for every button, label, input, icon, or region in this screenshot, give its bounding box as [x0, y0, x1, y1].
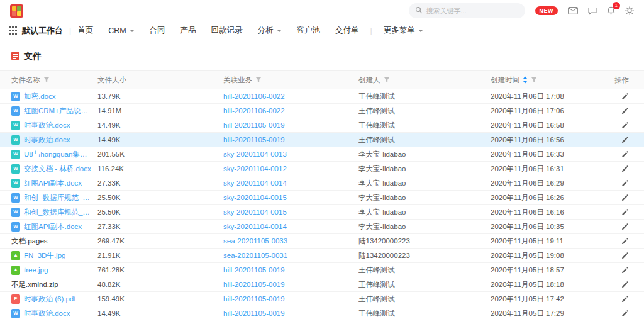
file-name-link[interactable]: 时事政治.docx: [24, 135, 70, 145]
table-row[interactable]: W加密.docx13.79Khill-20201106-0022王伟峰测试202…: [0, 89, 644, 104]
file-name-link[interactable]: 和创_数据库规范_20171124.doc: [24, 208, 91, 217]
nav-item-3[interactable]: 产品: [180, 25, 196, 36]
table-row[interactable]: W红圈API副本.docx27.33Ksky-20201104-0014李大宝-…: [0, 176, 644, 191]
creator-name: 王伟峰测试: [358, 136, 395, 143]
nav-item-4[interactable]: 回款记录: [211, 25, 243, 36]
gear-icon[interactable]: [625, 6, 634, 15]
edit-icon[interactable]: [621, 281, 629, 288]
sort-icon[interactable]: [523, 76, 528, 84]
created-time: 2020年11月05日 18:18: [491, 281, 564, 288]
file-name-link[interactable]: tree.jpg: [24, 266, 48, 274]
table-row[interactable]: W和创_数据库规范_20171124.doc25.50Ksky-20201104…: [0, 191, 644, 205]
edit-icon[interactable]: [621, 223, 629, 230]
related-business-link[interactable]: sea-20201105-0031: [223, 252, 287, 259]
nav-item-5[interactable]: 分析: [258, 25, 282, 36]
edit-icon[interactable]: [621, 237, 629, 245]
mail-icon[interactable]: [568, 7, 578, 14]
edit-icon[interactable]: [621, 165, 629, 172]
table-row[interactable]: ▲tree.jpg761.28Khill-20201105-0019王伟峰测试2…: [0, 263, 644, 277]
filter-icon[interactable]: [531, 77, 537, 83]
table-row[interactable]: P时事政治 (6).pdf159.49Khill-20201105-0019王伟…: [0, 292, 644, 306]
table-row[interactable]: W红圈API副本.docx27.33Ksky-20201104-0014李大宝-…: [0, 220, 644, 234]
global-search[interactable]: [409, 3, 525, 18]
app-logo-icon[interactable]: [10, 4, 23, 18]
related-business-link[interactable]: hill-20201106-0022: [223, 92, 285, 100]
related-business-link[interactable]: hill-20201105-0019: [223, 136, 285, 143]
file-page-icon: [11, 52, 19, 62]
doc-teal-file-icon: W: [11, 135, 20, 145]
table-row[interactable]: W时事政治.docx14.49Khill-20201105-0019王伟峰测试2…: [0, 118, 644, 133]
edit-icon[interactable]: [621, 121, 629, 129]
nav-item-7[interactable]: 交付单: [335, 25, 359, 36]
file-name-link[interactable]: 时事政治.docx: [24, 309, 70, 318]
table-row[interactable]: W交接文档 - 林桥.docx116.24Ksky-20201104-0012李…: [0, 162, 644, 176]
related-business-link[interactable]: hill-20201105-0019: [223, 295, 285, 303]
file-page: 文件 文件名称文件大小关联业务创建人创建时间操作 W加密.docx13.79Kh…: [0, 40, 644, 319]
edit-icon[interactable]: [621, 208, 629, 216]
file-name-link[interactable]: FN_3D牛.jpg: [24, 251, 65, 260]
created-time: 2020年11月06日 17:08: [491, 92, 564, 100]
table-row[interactable]: ▲FN_3D牛.jpg21.91Ksea-20201105-0031陆13420…: [0, 249, 644, 263]
file-name-link[interactable]: 红圈API副本.docx: [24, 179, 82, 188]
related-business-link[interactable]: sky-20201104-0015: [223, 194, 287, 201]
edit-icon[interactable]: [621, 150, 629, 158]
file-name-link[interactable]: 时事政治.docx: [24, 121, 70, 130]
apps-grid-icon[interactable]: [9, 26, 17, 35]
edit-icon[interactable]: [621, 179, 629, 187]
nav-item-6[interactable]: 客户池: [297, 25, 321, 36]
table-row[interactable]: WU8与hongquan集成方案.docx201.55Ksky-20201104…: [0, 147, 644, 162]
bell-icon[interactable]: 1: [607, 6, 615, 15]
related-business-link[interactable]: sky-20201104-0015: [223, 208, 287, 216]
nav-item-2[interactable]: 合同: [150, 25, 165, 36]
nav-item-0[interactable]: 首页: [77, 25, 93, 36]
table-row[interactable]: W时事政治.docx14.49Khill-20201105-0019王伟峰测试2…: [0, 133, 644, 147]
file-name-link[interactable]: 加密.docx: [24, 92, 56, 101]
filter-icon[interactable]: [255, 77, 262, 83]
edit-icon[interactable]: [621, 310, 629, 317]
edit-icon[interactable]: [621, 107, 629, 115]
created-time: 2020年11月06日 16:58: [491, 121, 564, 129]
doc-blue-file-icon: W: [11, 92, 20, 101]
file-name-link[interactable]: 红圈API副本.docx: [24, 222, 82, 232]
related-business-link[interactable]: hill-20201105-0019: [223, 310, 285, 317]
related-business-link[interactable]: sea-20201105-0033: [223, 237, 287, 245]
related-business-link[interactable]: sky-20201104-0013: [223, 150, 287, 158]
nav-item-8[interactable]: 更多菜单: [384, 25, 423, 36]
nav-item-1[interactable]: CRM: [108, 26, 134, 35]
related-business-link[interactable]: sky-20201104-0014: [223, 223, 287, 230]
workspace-title[interactable]: 默认工作台: [22, 25, 63, 36]
chat-icon[interactable]: [588, 7, 597, 15]
file-size: 27.33K: [97, 223, 120, 230]
search-icon: [415, 6, 423, 16]
edit-icon[interactable]: [621, 194, 629, 201]
file-name-link[interactable]: U8与hongquan集成方案.docx: [24, 150, 91, 159]
file-name-link[interactable]: 和创_数据库规范_20171124.doc: [24, 193, 91, 203]
table-row[interactable]: 不足.xmind.zip48.82Khill-20201105-0019王伟峰测…: [0, 277, 644, 292]
edit-icon[interactable]: [621, 295, 629, 303]
search-input[interactable]: [426, 7, 518, 14]
edit-icon[interactable]: [621, 92, 629, 100]
related-business-link[interactable]: hill-20201106-0022: [223, 107, 285, 115]
edit-icon[interactable]: [621, 252, 629, 259]
column-header-3: 创建人: [358, 76, 491, 85]
related-business-link[interactable]: sky-20201104-0014: [223, 179, 287, 187]
table-row[interactable]: W和创_数据库规范_20171124.doc25.50Ksky-20201104…: [0, 205, 644, 220]
filter-icon[interactable]: [43, 77, 50, 83]
filter-icon[interactable]: [384, 77, 390, 83]
related-business-link[interactable]: hill-20201105-0019: [223, 266, 285, 274]
table-row[interactable]: W时事政治.docx14.49Khill-20201105-0019王伟峰测试2…: [0, 306, 644, 319]
edit-icon[interactable]: [621, 266, 629, 274]
file-name-link[interactable]: 红圈CRM+产品说明201901_前端...: [24, 106, 91, 116]
related-business-link[interactable]: hill-20201105-0019: [223, 121, 285, 129]
related-business-link[interactable]: hill-20201105-0019: [223, 281, 285, 288]
nav-item-label: 合同: [150, 25, 165, 36]
table-row[interactable]: W红圈CRM+产品说明201901_前端...14.91Mhill-202011…: [0, 104, 644, 118]
table-row[interactable]: 文档.pages269.47Ksea-20201105-0033陆1342000…: [0, 234, 644, 249]
related-business-link[interactable]: sky-20201104-0012: [223, 165, 287, 172]
file-name-link[interactable]: 时事政治 (6).pdf: [24, 294, 75, 304]
file-name-link[interactable]: 交接文档 - 林桥.docx: [24, 164, 91, 174]
main-nav: 默认工作台 | 首页CRM合同产品回款记录分析客户池交付单|更多菜单: [0, 21, 644, 40]
created-time: 2020年11月06日 16:31: [491, 165, 564, 172]
edit-icon[interactable]: [621, 136, 629, 143]
created-time: 2020年11月05日 19:11: [491, 237, 564, 245]
